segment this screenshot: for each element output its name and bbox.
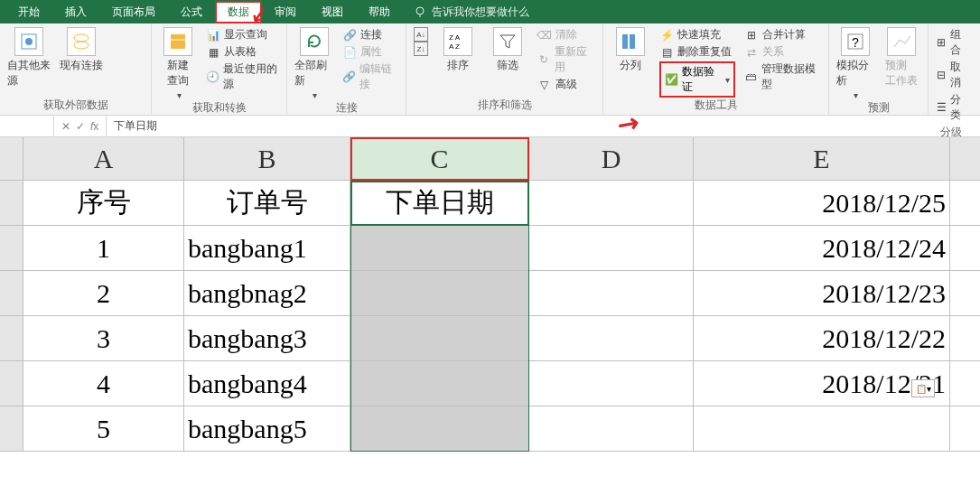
cell[interactable] xyxy=(529,406,694,451)
existing-connections-button[interactable]: 现有连接 xyxy=(60,27,103,73)
refresh-icon xyxy=(300,27,329,56)
name-box[interactable] xyxy=(0,116,54,136)
data-validation-icon: ✅ xyxy=(665,73,678,86)
formula-bar: ✕ ✓ fx 下单日期 xyxy=(0,116,980,137)
tab-data[interactable]: 数据 xyxy=(215,1,262,23)
cancel-formula-icon[interactable]: ✕ xyxy=(61,120,70,133)
recent-sources-button[interactable]: 🕘最近使用的源 xyxy=(206,61,279,92)
text-to-columns-button[interactable]: 分列 xyxy=(611,27,650,73)
cell[interactable] xyxy=(350,406,529,451)
cell[interactable]: 4 xyxy=(23,361,184,406)
cell[interactable]: bangbnag2 xyxy=(184,271,350,315)
connections-button[interactable]: 🔗连接 xyxy=(342,27,398,42)
cell[interactable]: 下单日期 xyxy=(350,181,529,225)
tell-me-box[interactable]: 告诉我你想要做什么 xyxy=(414,5,529,20)
tab-formulas[interactable]: 公式 xyxy=(168,1,215,23)
cell[interactable]: bangbang1 xyxy=(184,226,350,270)
subtotal-icon: ☰ xyxy=(936,100,947,115)
cell[interactable] xyxy=(529,361,694,406)
svg-text:?: ? xyxy=(852,35,859,50)
cell[interactable]: 订单号 xyxy=(184,181,350,225)
new-query-button[interactable]: 新建 查询 xyxy=(159,27,197,100)
cell[interactable] xyxy=(350,316,529,360)
cell[interactable] xyxy=(350,226,529,270)
svg-point-3 xyxy=(25,38,33,45)
show-query-icon: 📊 xyxy=(206,28,220,42)
flash-fill-button[interactable]: ⚡快速填充 xyxy=(659,27,734,42)
col-header-a[interactable]: A xyxy=(23,137,184,180)
whatif-button[interactable]: ? 模拟分析 xyxy=(836,27,874,100)
select-all-triangle[interactable] xyxy=(0,137,23,180)
row-header[interactable] xyxy=(0,226,23,270)
cell[interactable] xyxy=(694,406,950,451)
flash-fill-icon: ⚡ xyxy=(659,28,674,42)
cell[interactable]: 2 xyxy=(23,271,184,315)
subtotal-button[interactable]: ☰分类 xyxy=(936,92,966,123)
enter-formula-icon[interactable]: ✓ xyxy=(76,120,85,133)
from-other-sources-button[interactable]: 自其他来源 xyxy=(7,27,51,89)
edit-links-icon: 🔗 xyxy=(342,70,356,84)
reapply-icon: ↻ xyxy=(537,52,551,67)
col-header-e[interactable]: E xyxy=(694,137,950,180)
remove-duplicates-button[interactable]: ▤删除重复值 xyxy=(659,44,734,60)
consolidate-button[interactable]: ⊞合并计算 xyxy=(744,27,821,42)
group-rows-button[interactable]: ⊞组合 xyxy=(936,27,966,58)
cell[interactable] xyxy=(350,271,529,315)
clear-filter-button: ⌫清除 xyxy=(537,27,595,42)
cell[interactable] xyxy=(529,226,694,270)
sort-asc-button[interactable]: A↓ xyxy=(414,27,428,42)
show-query-button[interactable]: 📊显示查询 xyxy=(206,27,279,42)
refresh-all-button[interactable]: 全部刷新 xyxy=(294,27,333,100)
row-header[interactable] xyxy=(0,271,23,315)
filter-icon xyxy=(493,27,522,56)
tab-start[interactable]: 开始 xyxy=(5,1,52,23)
cell[interactable]: bangbang3 xyxy=(184,316,350,360)
col-header-c[interactable]: C xyxy=(350,137,529,180)
col-header-d[interactable]: D xyxy=(529,137,694,180)
ribbon-tabstrip: 开始 插入 页面布局 公式 数据 审阅 视图 帮助 告诉我你想要做什么 ↙ xyxy=(0,0,980,23)
cell[interactable] xyxy=(350,361,529,406)
cell[interactable]: 序号 xyxy=(23,181,184,225)
cell[interactable]: 2018/12/25 xyxy=(694,181,950,225)
sort-desc-button[interactable]: Z↓ xyxy=(414,42,428,56)
formula-input[interactable]: 下单日期 xyxy=(107,116,980,136)
fx-icon[interactable]: fx xyxy=(90,120,98,133)
cell[interactable]: 3 xyxy=(23,316,184,360)
row-header[interactable] xyxy=(0,361,23,406)
tab-help[interactable]: 帮助 xyxy=(356,1,403,23)
cell[interactable]: 2018/12/23 xyxy=(694,271,950,315)
ungroup-button[interactable]: ⊟取消 xyxy=(936,60,966,90)
data-validation-button[interactable]: ✅数据验证 xyxy=(659,61,734,98)
advanced-filter-button[interactable]: ▽高级 xyxy=(537,77,595,92)
tab-review[interactable]: 审阅 xyxy=(262,1,309,23)
reapply-button: ↻重新应用 xyxy=(537,44,595,75)
row-header[interactable] xyxy=(0,406,23,451)
row-header[interactable] xyxy=(0,316,23,360)
table-row: 序号 订单号 下单日期 2018/12/25 xyxy=(0,181,980,226)
sort-button[interactable]: Z AA Z 排序 xyxy=(437,27,478,73)
from-table-button[interactable]: ▦从表格 xyxy=(206,44,279,60)
svg-point-0 xyxy=(416,7,424,14)
cell[interactable] xyxy=(529,316,694,360)
cell[interactable] xyxy=(529,181,694,225)
tab-page-layout[interactable]: 页面布局 xyxy=(99,1,168,23)
filter-button[interactable]: 筛选 xyxy=(487,27,527,73)
relationships-icon: ⇄ xyxy=(744,45,759,60)
svg-rect-11 xyxy=(630,34,635,49)
cell[interactable]: 5 xyxy=(23,406,184,451)
tab-insert[interactable]: 插入 xyxy=(52,1,99,23)
cell[interactable]: 1 xyxy=(23,226,184,270)
table-row: 1 bangbang1 2018/12/24 xyxy=(0,226,980,271)
cell[interactable] xyxy=(529,271,694,315)
paste-options-button[interactable]: 📋▾ xyxy=(911,379,935,397)
cell[interactable]: 2018/12/24 xyxy=(694,226,950,270)
cell[interactable]: bangbang5 xyxy=(184,406,350,451)
tab-view[interactable]: 视图 xyxy=(309,1,356,23)
cell[interactable]: 2018/12/22 xyxy=(694,316,950,360)
cell[interactable]: bangbang4 xyxy=(184,361,350,406)
from-other-sources-icon xyxy=(14,27,43,56)
col-header-b[interactable]: B xyxy=(184,137,350,180)
properties-button: 📄属性 xyxy=(342,44,398,60)
manage-data-model-button[interactable]: 🗃管理数据模型 xyxy=(744,61,821,92)
row-header[interactable] xyxy=(0,181,23,225)
